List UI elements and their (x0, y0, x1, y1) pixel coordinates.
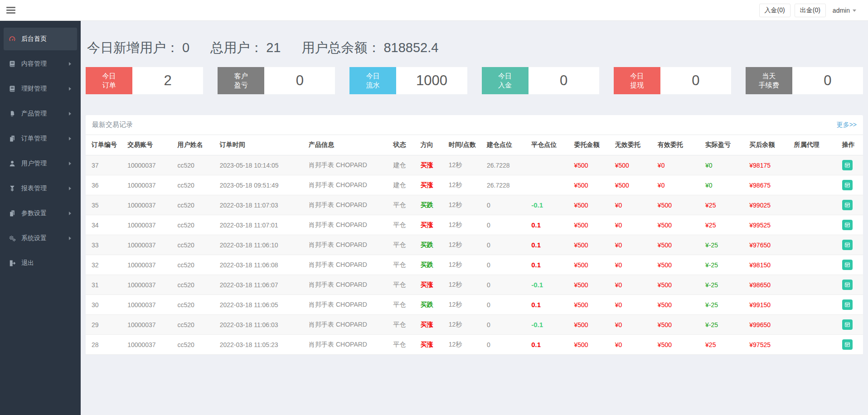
cell-amount: ¥500 (572, 315, 613, 335)
col-header-time: 订单时间 (218, 135, 307, 155)
sidebar-item-report[interactable]: 报表管理 (4, 177, 77, 200)
cell-product: 肖邦手表 CHOPARD (307, 295, 391, 315)
cell-open_point: 0 (485, 295, 529, 315)
withdraw-button[interactable]: 出金(0) (795, 4, 826, 17)
detail-icon (844, 261, 851, 268)
stat-card: 今日订单2 (86, 67, 203, 94)
col-header-balance: 买后余额 (747, 135, 792, 155)
cell-time: 2023-05-18 10:14:05 (218, 155, 307, 175)
row-detail-button[interactable] (842, 240, 853, 250)
panel-header: 最新交易记录 更多>> (86, 115, 863, 135)
row-detail-button[interactable] (842, 319, 853, 330)
chevron-right-icon (69, 212, 73, 215)
sidebar: 后台首页内容管理理财管理产品管理订单管理用户管理报表管理参数设置系统设置退出 (0, 21, 81, 415)
cell-duration: 12秒 (447, 275, 485, 295)
cell-valid: ¥500 (656, 195, 703, 215)
cell-time: 2022-03-18 11:06:08 (218, 255, 307, 275)
stat-card-label-line: 提现 (630, 81, 644, 90)
cell-pnl: ¥-25 (703, 275, 747, 295)
cell-order_no: 32 (86, 255, 126, 275)
detail-icon (844, 162, 851, 169)
stat-card-label-line: 盈亏 (234, 81, 248, 90)
user-name: admin (833, 7, 850, 14)
cell-username: cc520 (175, 275, 218, 295)
cell-status: 平仓 (392, 275, 419, 295)
stat-card-label-line: 今日 (102, 72, 116, 81)
cell-close_point: -0.1 (529, 195, 572, 215)
col-header-direction: 方向 (419, 135, 447, 155)
hamburger-menu-icon[interactable] (6, 5, 15, 15)
cell-close_point (529, 175, 572, 195)
cell-pnl: ¥-25 (703, 255, 747, 275)
cell-amount: ¥500 (572, 295, 613, 315)
stat-card-label-line: 手续费 (759, 81, 779, 90)
sidebar-item-system[interactable]: 系统设置 (4, 227, 77, 250)
table-row: 3410000037cc5202022-03-18 11:07:01肖邦手表 C… (86, 215, 863, 235)
sidebar-item-dashboard[interactable]: 后台首页 (4, 28, 77, 50)
cell-status: 平仓 (392, 255, 419, 275)
cell-product: 肖邦手表 CHOPARD (307, 275, 391, 295)
deposit-button[interactable]: 入金(0) (759, 4, 790, 17)
cell-close_point: -0.1 (529, 315, 572, 335)
sidebar-item-params[interactable]: 参数设置 (4, 202, 77, 225)
row-detail-button[interactable] (842, 280, 853, 290)
cell-open_point: 0 (485, 315, 529, 335)
cell-invalid: ¥0 (613, 215, 656, 235)
cell-status: 建仓 (392, 155, 419, 175)
user-menu[interactable]: admin (830, 5, 859, 16)
row-detail-button[interactable] (842, 200, 853, 210)
book-icon (9, 60, 17, 68)
row-detail-button[interactable] (842, 260, 853, 270)
cell-account: 10000037 (126, 175, 175, 195)
sidebar-item-logout[interactable]: 退出 (4, 252, 77, 275)
table-row: 2910000037cc5202022-03-18 11:06:03肖邦手表 C… (86, 315, 863, 335)
col-header-username: 用户姓名 (175, 135, 218, 155)
row-detail-button[interactable] (842, 339, 853, 350)
cell-direction: 买跌 (419, 295, 447, 315)
cell-valid: ¥500 (656, 275, 703, 295)
gears-icon (9, 235, 17, 242)
cell-order_no: 28 (86, 335, 126, 355)
sidebar-item-label: 参数设置 (21, 209, 47, 217)
cell-time: 2022-03-18 11:07:03 (218, 195, 307, 215)
cell-agent (792, 255, 840, 275)
stat-card-label-line: 客户 (234, 72, 248, 81)
col-header-duration: 时间/点数 (447, 135, 485, 155)
cell-status: 平仓 (392, 315, 419, 335)
table-header-row: 订单编号交易账号用户姓名订单时间产品信息状态方向时间/点数建仓点位平仓点位委托金… (86, 135, 863, 155)
cell-duration: 12秒 (447, 155, 485, 175)
cell-agent (792, 155, 840, 175)
table-row: 2810000037cc5202022-03-18 11:05:23肖邦手表 C… (86, 335, 863, 355)
cell-action (840, 295, 863, 315)
row-detail-button[interactable] (842, 180, 853, 190)
row-detail-button[interactable] (842, 160, 853, 170)
sidebar-item-content[interactable]: 内容管理 (4, 53, 77, 75)
cell-agent (792, 175, 840, 195)
cell-balance: ¥98175 (747, 155, 792, 175)
sidebar-item-finance[interactable]: 理财管理 (4, 77, 77, 100)
cell-time: 2022-03-18 11:06:10 (218, 235, 307, 255)
bitcoin-icon (9, 110, 17, 117)
cell-action (840, 215, 863, 235)
cell-open_point: 26.7228 (485, 155, 529, 175)
cell-open_point: 0 (485, 235, 529, 255)
cell-open_point: 0 (485, 255, 529, 275)
stat-card-label-line: 今日 (498, 72, 512, 81)
cell-open_point: 0 (485, 335, 529, 355)
cell-valid: ¥0 (656, 175, 703, 195)
sidebar-item-user[interactable]: 用户管理 (4, 152, 77, 175)
more-link[interactable]: 更多>> (837, 121, 857, 129)
cell-action (840, 275, 863, 295)
cell-balance: ¥99650 (747, 315, 792, 335)
top-bar: 入金(0) 出金(0) admin (0, 0, 868, 21)
sidebar-item-product[interactable]: 产品管理 (4, 102, 77, 125)
files-icon (9, 210, 17, 217)
sidebar-item-order[interactable]: 订单管理 (4, 127, 77, 150)
sidebar-item-label: 报表管理 (21, 184, 47, 193)
row-detail-button[interactable] (842, 220, 853, 230)
row-detail-button[interactable] (842, 299, 853, 310)
cell-amount: ¥500 (572, 195, 613, 215)
chevron-right-icon (69, 62, 73, 66)
col-header-amount: 委托金额 (572, 135, 613, 155)
cell-status: 建仓 (392, 175, 419, 195)
